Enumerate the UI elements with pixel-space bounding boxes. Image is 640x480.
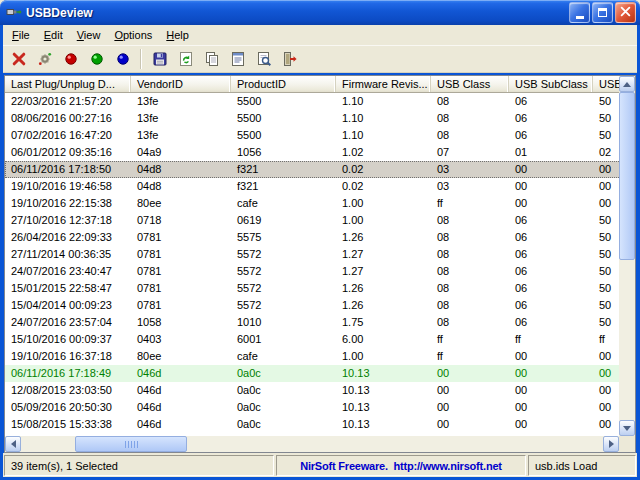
table-row[interactable]: 19/10/2016 19:46:5804d8f3210.02030000 <box>5 178 619 195</box>
table-cell: 13fe <box>131 110 231 127</box>
table-row[interactable]: 12/08/2015 23:03:50046d0a0c10.13000000 <box>5 382 619 399</box>
blue-ball-button[interactable] <box>110 47 135 71</box>
column-header[interactable]: Last Plug/Unplug D... <box>5 76 131 92</box>
table-cell: 06 <box>509 229 593 246</box>
table-cell: 1.27 <box>336 246 431 263</box>
table-row[interactable]: 06/11/2016 17:18:49046d0a0c10.13000000 <box>5 365 619 382</box>
column-header[interactable]: ProductID <box>231 76 336 92</box>
horizontal-scrollbar[interactable] <box>5 436 619 452</box>
table-cell: 15/01/2015 22:58:47 <box>5 280 131 297</box>
table-row[interactable]: 27/11/2014 00:36:35078155721.27080650 <box>5 246 619 263</box>
table-row[interactable]: 08/06/2016 00:27:1613fe55001.10080650 <box>5 110 619 127</box>
green-ball-button[interactable] <box>84 47 109 71</box>
vertical-scrollbar[interactable] <box>619 76 635 436</box>
menu-file[interactable]: File <box>5 26 37 44</box>
table-row[interactable]: 15/04/2014 00:09:23078155721.26080650 <box>5 297 619 314</box>
menu-help[interactable]: Help <box>159 26 196 44</box>
menu-options[interactable]: Options <box>107 26 159 44</box>
table-cell: 50 <box>593 93 619 110</box>
table-row[interactable]: 07/02/2016 16:47:2013fe55001.10080650 <box>5 127 619 144</box>
table-cell: 08 <box>431 229 509 246</box>
find-button[interactable] <box>251 47 276 71</box>
table-cell: 00 <box>431 382 509 399</box>
status-nirsoft-panel: NirSoft Freeware. http://www.nirsoft.net <box>276 455 526 476</box>
toolbar <box>3 45 637 73</box>
disable-enable-button[interactable] <box>32 47 57 71</box>
copy-button[interactable] <box>199 47 224 71</box>
table-cell: 03 <box>431 178 509 195</box>
properties-button[interactable] <box>225 47 250 71</box>
table-cell: 00 <box>509 161 593 178</box>
table-row[interactable]: 05/09/2016 20:50:30046d0a0c10.13000000 <box>5 399 619 416</box>
column-header[interactable]: USB... <box>593 76 619 92</box>
table-row[interactable]: 22/03/2016 21:57:2013fe55001.10080650 <box>5 93 619 110</box>
table-row[interactable]: 19/10/2016 22:15:3880eecafe1.00ff0000 <box>5 195 619 212</box>
column-header[interactable]: USB Class <box>431 76 509 92</box>
table-row[interactable]: 15/08/2015 15:33:38046d0a0c10.13000000 <box>5 416 619 433</box>
table-cell: 10.13 <box>336 399 431 416</box>
column-header[interactable]: USB SubClass <box>509 76 593 92</box>
table-row[interactable]: 15/01/2015 22:58:47078155721.26080650 <box>5 280 619 297</box>
table-cell: 1.27 <box>336 263 431 280</box>
table-cell: 50 <box>593 127 619 144</box>
table-cell: 1056 <box>231 144 336 161</box>
scroll-right-button[interactable] <box>603 436 619 452</box>
table-cell: 1.26 <box>336 280 431 297</box>
table-cell: 05/09/2016 20:50:30 <box>5 399 131 416</box>
table-cell: 04a9 <box>131 144 231 161</box>
horizontal-scroll-thumb[interactable] <box>75 436 187 452</box>
menu-bar: FileEditViewOptionsHelp <box>3 25 637 45</box>
table-cell: 00 <box>431 399 509 416</box>
nirsoft-link[interactable]: NirSoft Freeware. http://www.nirsoft.net <box>300 460 502 472</box>
table-cell: 03 <box>431 161 509 178</box>
scroll-up-button[interactable] <box>619 76 635 92</box>
table-cell: 0619 <box>231 212 336 229</box>
scroll-down-button[interactable] <box>619 420 635 436</box>
table-cell: 00 <box>593 416 619 433</box>
table-row[interactable]: 06/11/2016 17:18:5004d8f3210.02030000 <box>5 161 619 178</box>
table-row[interactable]: 19/10/2016 16:37:1880eecafe1.00ff0000 <box>5 348 619 365</box>
refresh-button[interactable] <box>173 47 198 71</box>
table-cell: 50 <box>593 280 619 297</box>
table-row[interactable]: 24/07/2016 23:57:04105810101.75080650 <box>5 314 619 331</box>
table-cell: 06 <box>509 212 593 229</box>
table-row[interactable]: 27/10/2016 12:37:18071806191.00080650 <box>5 212 619 229</box>
column-header[interactable]: VendorID <box>131 76 231 92</box>
table-row[interactable]: 24/07/2016 23:40:47078155721.27080650 <box>5 263 619 280</box>
table-cell: 07/02/2016 16:47:20 <box>5 127 131 144</box>
red-ball-button[interactable] <box>58 47 83 71</box>
save-button[interactable] <box>147 47 172 71</box>
table-row[interactable]: 15/10/2016 00:09:37040360016.00ffffff <box>5 331 619 348</box>
table-cell: 00 <box>593 399 619 416</box>
table-cell: 27/11/2014 00:36:35 <box>5 246 131 263</box>
column-header[interactable]: Firmware Revis... <box>336 76 431 92</box>
close-button[interactable] <box>615 2 636 23</box>
table-row[interactable]: 26/04/2016 22:09:33078155751.26080650 <box>5 229 619 246</box>
table-row[interactable]: 06/01/2012 09:35:1604a910561.02070102 <box>5 144 619 161</box>
minimize-button[interactable] <box>569 2 590 23</box>
menu-edit[interactable]: Edit <box>37 26 70 44</box>
maximize-button[interactable] <box>592 2 613 23</box>
table-cell: 00 <box>593 382 619 399</box>
menu-view[interactable]: View <box>70 26 108 44</box>
blue-ball-icon <box>115 51 131 67</box>
table-cell: 00 <box>593 348 619 365</box>
table-cell: 06 <box>509 297 593 314</box>
red-ball-icon <box>63 51 79 67</box>
table-cell: 04d8 <box>131 178 231 195</box>
close-icon <box>620 5 631 20</box>
table-cell: 046d <box>131 382 231 399</box>
uninstall-button[interactable] <box>6 47 31 71</box>
table-cell: 80ee <box>131 348 231 365</box>
vertical-scroll-thumb[interactable] <box>619 92 635 260</box>
table-cell: 046d <box>131 399 231 416</box>
table-cell: 10.13 <box>336 416 431 433</box>
status-items-count: 39 item(s), 1 Selected <box>4 455 274 476</box>
table-cell: 80ee <box>131 195 231 212</box>
table-cell: 10.13 <box>336 382 431 399</box>
table-cell: 22/03/2016 21:57:20 <box>5 93 131 110</box>
table-cell: 13fe <box>131 93 231 110</box>
scroll-left-button[interactable] <box>5 436 21 452</box>
exit-button[interactable] <box>277 47 302 71</box>
title-bar[interactable]: USBDeview <box>0 0 640 25</box>
